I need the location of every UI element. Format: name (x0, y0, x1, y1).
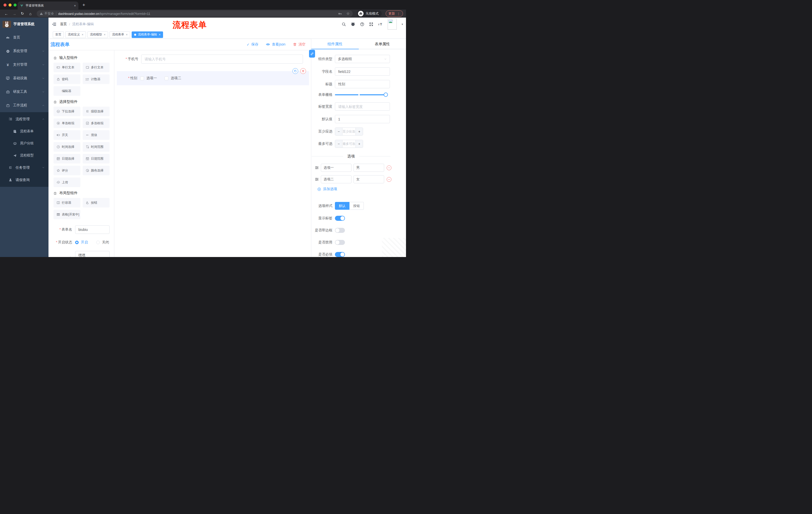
palette-item-switch[interactable]: 开关 (54, 130, 80, 140)
stepper-placeholder[interactable]: 至少应选 (343, 128, 355, 135)
gender-checkbox-option2[interactable]: 选项二 (165, 76, 181, 80)
option-value-input[interactable] (353, 175, 384, 183)
password-key-icon[interactable] (338, 12, 342, 16)
form-grid-slider[interactable] (335, 94, 386, 95)
required-toggle[interactable] (335, 252, 345, 257)
label-width-input[interactable] (335, 102, 390, 111)
palette-item-editor[interactable]: 编辑器 (54, 86, 80, 96)
tab-close-icon[interactable]: × (159, 33, 161, 36)
address-bar[interactable]: 不安全 dashboard.yudao.iocoder.cn/bpm/manag… (37, 10, 353, 17)
home-icon[interactable]: ⌂ (27, 11, 34, 16)
sidebar-item-task-management[interactable]: 任务管理 (0, 161, 49, 174)
palette-item-row-container[interactable]: 行容器 (54, 198, 80, 208)
new-tab-button[interactable]: + (82, 2, 85, 7)
title-input[interactable] (335, 80, 390, 88)
stepper-decrease-button[interactable]: − (335, 140, 343, 147)
bookmark-star-icon[interactable]: ☆ (346, 11, 350, 16)
sidebar-item-process-form[interactable]: 流程表单 (0, 125, 49, 137)
drag-handle-icon[interactable] (315, 177, 319, 181)
sidebar-item-home[interactable]: 首页 (0, 31, 49, 44)
save-button[interactable]: ✓ 保存 (247, 42, 259, 47)
stepper-increase-button[interactable]: + (355, 128, 363, 135)
window-close-button[interactable] (3, 3, 6, 6)
delete-component-button[interactable] (300, 68, 306, 74)
sidebar-item-workflow[interactable]: 工作流程 (0, 99, 49, 112)
style-button-button[interactable]: 按钮 (349, 202, 364, 210)
panel-drawer-handle[interactable] (309, 50, 315, 58)
palette-item-cascader[interactable]: 级联选择 (83, 107, 110, 116)
fullscreen-icon[interactable] (369, 22, 373, 26)
canvas-field-gender-selected[interactable]: *性别 选项一 选项二 (117, 71, 309, 85)
sidebar-item-dev-tools[interactable]: 研发工具 (0, 85, 49, 99)
avatar[interactable] (388, 19, 397, 30)
workspace-tab-home[interactable]: 首页 (53, 31, 64, 38)
palette-item-table[interactable]: 表格[开发中] (54, 210, 80, 219)
sidebar-item-process-management[interactable]: 流程管理 (0, 113, 49, 125)
remove-option-button[interactable]: − (387, 177, 392, 182)
tab-component-props[interactable]: 组件属性 (311, 39, 359, 49)
clear-button[interactable]: 清空 (293, 42, 306, 47)
window-minimize-button[interactable] (8, 3, 11, 6)
forward-icon[interactable]: → (11, 11, 18, 16)
option-label-input[interactable] (321, 175, 351, 183)
show-label-toggle[interactable] (335, 216, 345, 221)
palette-item-single-line-text[interactable]: 单行文本 (54, 63, 80, 72)
palette-item-password[interactable]: 密码 (54, 75, 80, 84)
palette-item-radio-group[interactable]: 单选框组 (54, 118, 80, 128)
tab-close-icon[interactable]: × (74, 4, 76, 7)
border-toggle[interactable] (335, 228, 345, 233)
update-browser-button[interactable]: 更新 ⋮ (386, 10, 403, 17)
search-icon[interactable] (342, 22, 346, 26)
checkbox-unchecked[interactable] (140, 77, 144, 80)
browser-menu-icon[interactable]: ⋮ (397, 12, 400, 16)
palette-item-checkbox-group[interactable]: 多选框组 (83, 118, 110, 128)
avatar-caret-icon[interactable]: ▾ (402, 23, 403, 26)
component-type-select[interactable]: 多选框组 (335, 55, 390, 63)
view-json-button[interactable]: 查看json (266, 42, 285, 47)
font-size-icon[interactable]: T T (378, 22, 383, 26)
palette-item-color-picker[interactable]: 颜色选择 (83, 166, 110, 175)
disabled-toggle[interactable] (335, 240, 345, 245)
style-default-button[interactable]: 默认 (335, 202, 349, 210)
palette-item-multi-line-text[interactable]: 多行文本 (83, 63, 110, 72)
security-warning[interactable]: 不安全 (40, 11, 54, 16)
sidebar-item-system[interactable]: 系统管理 (0, 44, 49, 58)
sidebar-item-leave-query[interactable]: 请假查询 (0, 174, 49, 186)
github-icon[interactable] (351, 22, 355, 26)
app-logo[interactable]: 芋道管理系统 (0, 18, 49, 31)
slider-handle[interactable] (384, 92, 388, 97)
palette-item-date-range[interactable]: 日期范围 (83, 154, 110, 163)
gender-checkbox-option1[interactable]: 选项一 (140, 76, 157, 80)
tab-close-icon[interactable]: × (82, 33, 83, 36)
palette-item-upload[interactable]: 上传 (54, 178, 80, 187)
tab-close-icon[interactable]: × (126, 33, 127, 36)
option-value-input[interactable] (353, 164, 384, 172)
breadcrumb-home[interactable]: 首页 (60, 22, 67, 26)
palette-item-time-range[interactable]: 时间范围 (83, 142, 110, 152)
add-option-button[interactable]: 添加选项 (317, 187, 406, 191)
phone-input[interactable] (141, 55, 303, 64)
palette-item-counter[interactable]: 123 计数器 (83, 75, 110, 84)
remove-option-button[interactable]: − (387, 165, 392, 170)
sidebar-item-infrastructure[interactable]: 基础设施 (0, 72, 49, 85)
form-remark-textarea[interactable]: 嘿嘿 (75, 251, 110, 257)
sidebar-item-user-groups[interactable]: 用户分组 (0, 137, 49, 150)
sidebar-item-process-model[interactable]: 流程模型 (0, 150, 49, 161)
option-label-input[interactable] (321, 164, 351, 172)
status-radio-on[interactable]: 开启 (75, 240, 88, 245)
copy-component-button[interactable] (292, 68, 298, 74)
palette-item-slider[interactable]: 滑块 (83, 130, 110, 140)
form-name-input[interactable] (75, 225, 110, 234)
default-value-input[interactable] (335, 115, 390, 123)
workspace-tab-process-form[interactable]: 流程表单 × (110, 31, 130, 38)
workspace-tab-process-model[interactable]: 流程模型 × (87, 31, 108, 38)
status-radio-off[interactable]: 关闭 (96, 240, 109, 245)
palette-item-select[interactable]: 下拉选择 (54, 107, 80, 116)
browser-tab[interactable]: 芋道管理系统 × (18, 1, 78, 9)
workspace-tab-process-definition[interactable]: 流程定义 × (65, 31, 86, 38)
stepper-increase-button[interactable]: + (355, 140, 363, 147)
stepper-placeholder[interactable]: 最多可选 (343, 140, 355, 147)
canvas-field-phone[interactable]: *手机号 (114, 55, 311, 64)
palette-item-button[interactable]: 按钮 (83, 198, 110, 208)
tab-form-props[interactable]: 表单属性 (359, 39, 406, 49)
